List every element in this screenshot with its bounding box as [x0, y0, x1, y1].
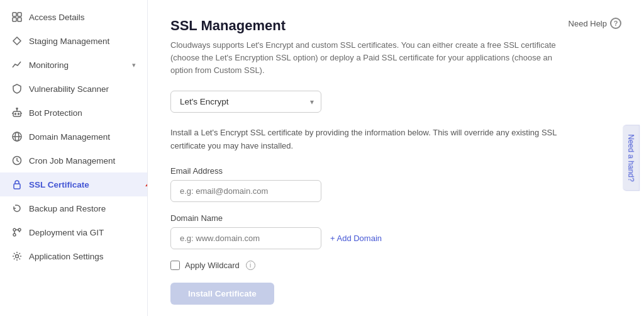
sidebar-item-staging-management[interactable]: Staging Management [0, 29, 147, 53]
sidebar-item-label: Backup and Restore [29, 204, 106, 213]
chevron-down-icon: ▾ [132, 61, 136, 69]
svg-rect-3 [18, 18, 21, 21]
need-a-hand-tab[interactable]: Need a hand? [623, 125, 640, 191]
sidebar-item-label: Application Settings [29, 252, 104, 261]
svg-point-7 [18, 113, 19, 115]
install-certificate-button[interactable]: Install Certificate [170, 283, 274, 305]
main-header: SSL Management Cloudways supports Let's … [170, 18, 621, 91]
git-icon [11, 227, 23, 238]
svg-rect-16 [14, 184, 20, 189]
lock-icon [11, 179, 23, 190]
svg-point-6 [15, 113, 16, 115]
domain-label: Domain Name [170, 213, 621, 223]
ssl-type-select-wrapper: Let's Encrypt Custom SSL ▾ [170, 91, 321, 113]
sidebar-item-label: Domain Management [29, 132, 110, 142]
sidebar-item-application-settings[interactable]: Application Settings [0, 244, 147, 268]
sidebar-item-label: Monitoring [29, 60, 69, 70]
domain-input-row: + Add Domain [170, 227, 621, 249]
sidebar-item-backup-and-restore[interactable]: Backup and Restore [0, 196, 147, 220]
chart-icon [11, 59, 23, 71]
wildcard-info-icon[interactable]: i [246, 261, 255, 270]
sidebar-item-bot-protection[interactable]: Bot Protection [0, 101, 147, 125]
sidebar-item-label: Access Details [29, 13, 85, 22]
sidebar-item-monitoring[interactable]: Monitoring ▾ [0, 53, 147, 77]
shield-icon [11, 83, 23, 94]
sidebar-item-vulnerability-scanner[interactable]: Vulnerability Scanner [0, 77, 147, 101]
main-content: SSL Management Cloudways supports Let's … [148, 0, 644, 316]
need-help-label: Need Help [569, 19, 607, 28]
sidebar-item-ssl-certificate[interactable]: SSL Certificate [0, 172, 147, 196]
svg-rect-2 [13, 18, 16, 21]
install-description: Install a Let's Encrypt SSL certificate … [170, 127, 573, 152]
sidebar-item-cron-job-management[interactable]: Cron Job Management [0, 149, 147, 172]
sidebar-item-label: SSL Certificate [29, 180, 89, 189]
diamond-icon [11, 35, 23, 47]
svg-point-22 [16, 255, 19, 258]
help-circle-icon: ? [610, 18, 621, 29]
wildcard-label: Apply Wildcard [185, 261, 240, 270]
sidebar-item-domain-management[interactable]: Domain Management [0, 125, 147, 149]
domain-input[interactable] [170, 227, 321, 249]
email-input[interactable] [170, 180, 321, 202]
wildcard-row: Apply Wildcard i [170, 261, 621, 270]
grid-icon [11, 11, 23, 23]
sidebar-item-label: Deployment via GIT [29, 228, 104, 237]
add-domain-link[interactable]: + Add Domain [330, 234, 382, 243]
sidebar-item-label: Vulnerability Scanner [29, 84, 109, 94]
email-form-group: Email Address [170, 166, 621, 202]
restore-icon [11, 203, 23, 214]
sidebar-item-access-details[interactable]: Access Details [0, 5, 147, 29]
clock-icon [11, 155, 23, 166]
sidebar-item-deployment-via-git[interactable]: Deployment via GIT [0, 220, 147, 244]
email-label: Email Address [170, 166, 621, 176]
ssl-type-select[interactable]: Let's Encrypt Custom SSL [170, 91, 321, 113]
sidebar-item-label: Staging Management [29, 37, 109, 46]
svg-marker-4 [13, 37, 21, 45]
svg-point-18 [13, 229, 16, 231]
title-group: SSL Management Cloudways supports Let's … [170, 18, 569, 91]
bot-icon [11, 107, 23, 118]
page-description: Cloudways supports Let's Encrypt and cus… [170, 39, 569, 77]
sidebar-item-label: Bot Protection [29, 108, 82, 118]
page-title: SSL Management [170, 18, 569, 34]
globe-icon [11, 131, 23, 142]
svg-point-19 [13, 234, 16, 236]
sidebar-item-label: Cron Job Management [29, 156, 115, 166]
wildcard-checkbox[interactable] [170, 261, 180, 270]
need-help-button[interactable]: Need Help ? [569, 18, 621, 29]
svg-rect-0 [13, 13, 16, 16]
sidebar: Access Details Staging Management Monito… [0, 0, 148, 316]
settings-icon [11, 251, 23, 262]
domain-form-group: Domain Name + Add Domain [170, 213, 621, 249]
svg-rect-1 [18, 13, 21, 16]
